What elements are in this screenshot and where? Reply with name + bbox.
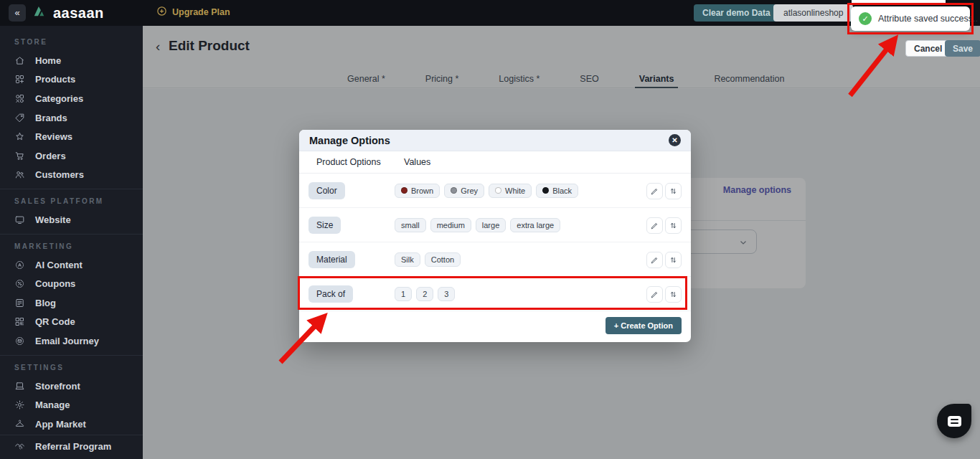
- edit-option-button[interactable]: [646, 252, 663, 268]
- upgrade-plus-icon: [156, 6, 167, 19]
- sidebar-item-coupons[interactable]: Coupons: [0, 274, 143, 293]
- value-chip: White: [489, 184, 532, 198]
- sidebar-section-title: MARKETING: [0, 236, 143, 255]
- sidebar-item-ai-content[interactable]: AI Content: [0, 255, 143, 275]
- sidebar-item-email-journey[interactable]: Email Journey: [0, 331, 143, 351]
- edit-option-button[interactable]: [646, 217, 663, 234]
- option-row-size: Sizesmallmediumlargeextra large: [299, 208, 691, 242]
- sidebar-section: SETTINGSStorefrontManageApp Market: [0, 357, 143, 434]
- chat-widget-button[interactable]: [937, 404, 971, 438]
- handshake-icon: [14, 441, 25, 452]
- email-badge-icon: [14, 336, 25, 346]
- coupon-icon: [14, 278, 25, 289]
- value-label: Silk: [401, 255, 414, 264]
- sidebar-item-label: Coupons: [35, 278, 75, 289]
- value-label: Cotton: [431, 255, 454, 264]
- sidebar-item-label: Customers: [35, 169, 84, 180]
- sidebar-section: Referral Program: [0, 430, 143, 456]
- upgrade-plan-button[interactable]: Upgrade Plan: [156, 6, 230, 19]
- sidebar-section-title: SETTINGS: [0, 357, 143, 377]
- sidebar-item-label: Brands: [35, 113, 67, 123]
- sidebar-item-products[interactable]: Products: [0, 70, 143, 90]
- value-label: 2: [423, 290, 427, 298]
- clear-demo-data-button[interactable]: Clear demo Data: [694, 4, 779, 22]
- sidebar-section: STOREHomeProductsCategoriesBrandsReviews…: [0, 32, 143, 184]
- close-icon[interactable]: ✕: [669, 134, 681, 146]
- value-label: Grey: [461, 186, 478, 195]
- sidebar-item-manage[interactable]: Manage: [0, 395, 143, 415]
- value-chip: 2: [416, 287, 433, 301]
- pencil-icon: [650, 290, 659, 299]
- value-chip: medium: [430, 218, 471, 232]
- sidebar-item-home[interactable]: Home: [0, 51, 143, 70]
- sidebar-sections: STOREHomeProductsCategoriesBrandsReviews…: [0, 26, 143, 459]
- column-product-options: Product Options: [299, 157, 404, 167]
- sidebar-section: SALES PLATFORMWebsite: [0, 191, 143, 230]
- upgrade-plan-label: Upgrade Plan: [172, 7, 230, 17]
- success-check-icon: ✓: [859, 12, 872, 25]
- categories-icon: [14, 93, 25, 104]
- pencil-icon: [650, 221, 659, 230]
- value-label: medium: [437, 221, 465, 230]
- sidebar: STOREHomeProductsCategoriesBrandsReviews…: [0, 26, 143, 459]
- sidebar-item-label: Home: [35, 55, 61, 66]
- reorder-option-button[interactable]: [665, 183, 682, 199]
- sidebar-section: MARKETINGAI ContentCouponsBlogQR CodeEma…: [0, 236, 143, 351]
- value-label: 1: [401, 290, 405, 298]
- reorder-option-button[interactable]: [665, 286, 682, 303]
- store-selector[interactable]: atlasonlineshop: [773, 4, 853, 22]
- sidebar-item-label: Categories: [35, 93, 83, 104]
- option-values: smallmediumlargeextra large: [395, 218, 560, 232]
- blog-icon: [14, 298, 25, 308]
- reorder-option-button[interactable]: [665, 217, 682, 234]
- gear-icon: [14, 399, 25, 410]
- sidebar-item-reviews[interactable]: Reviews: [0, 127, 143, 146]
- reorder-option-button[interactable]: [665, 252, 682, 268]
- modal-header: Manage Options ✕: [299, 130, 691, 151]
- cancel-button[interactable]: Cancel: [905, 40, 951, 57]
- sidebar-divider: [0, 435, 143, 435]
- sidebar-item-orders[interactable]: Orders: [0, 146, 143, 166]
- sidebar-item-blog[interactable]: Blog: [0, 293, 143, 313]
- column-values: Values: [404, 157, 430, 167]
- topbar: « aasaan Upgrade Plan Clear demo Data at…: [0, 0, 980, 26]
- value-label: Brown: [411, 186, 433, 195]
- option-row-pack-of: Pack of123: [299, 277, 691, 311]
- sidebar-collapse-button[interactable]: «: [9, 4, 26, 22]
- save-button[interactable]: Save: [945, 40, 980, 57]
- sidebar-item-storefront[interactable]: Storefront: [0, 377, 143, 396]
- sidebar-item-label: QR Code: [35, 316, 75, 327]
- sidebar-item-qr-code[interactable]: QR Code: [0, 313, 143, 332]
- sidebar-divider: [0, 355, 143, 356]
- qr-code-icon: [14, 316, 25, 327]
- edit-option-button[interactable]: [646, 183, 663, 199]
- home-icon: [14, 55, 25, 66]
- sort-icon: [669, 221, 678, 230]
- sidebar-item-brands[interactable]: Brands: [0, 108, 143, 128]
- option-rows: ColorBrownGreyWhiteBlackSizesmallmediuml…: [299, 174, 691, 311]
- sidebar-item-referral-program[interactable]: Referral Program: [0, 437, 143, 456]
- sort-icon: [669, 255, 678, 265]
- logo-text: aasaan: [53, 5, 104, 22]
- option-name-chip: Pack of: [308, 285, 353, 303]
- sidebar-item-categories[interactable]: Categories: [0, 89, 143, 108]
- aasaan-logo: aasaan: [33, 4, 104, 22]
- cart-icon: [14, 151, 25, 161]
- sidebar-item-label: Products: [35, 74, 75, 85]
- create-option-button[interactable]: + Create Option: [606, 317, 682, 334]
- sidebar-item-label: App Market: [35, 419, 86, 430]
- value-label: White: [505, 186, 525, 195]
- color-swatch-dot: [451, 187, 457, 194]
- option-row-material: MaterialSilkCotton: [299, 242, 691, 277]
- tag-icon: [14, 113, 25, 123]
- monitor-icon: [14, 214, 25, 225]
- edit-option-button[interactable]: [646, 286, 663, 303]
- hanger-icon: [14, 419, 25, 430]
- sidebar-section-title: STORE: [0, 32, 143, 51]
- sidebar-item-label: Website: [35, 214, 71, 225]
- sidebar-item-customers[interactable]: Customers: [0, 166, 143, 185]
- products-icon: [14, 74, 25, 85]
- sidebar-item-website[interactable]: Website: [0, 210, 143, 230]
- value-label: small: [401, 221, 420, 230]
- color-swatch-dot: [401, 187, 407, 194]
